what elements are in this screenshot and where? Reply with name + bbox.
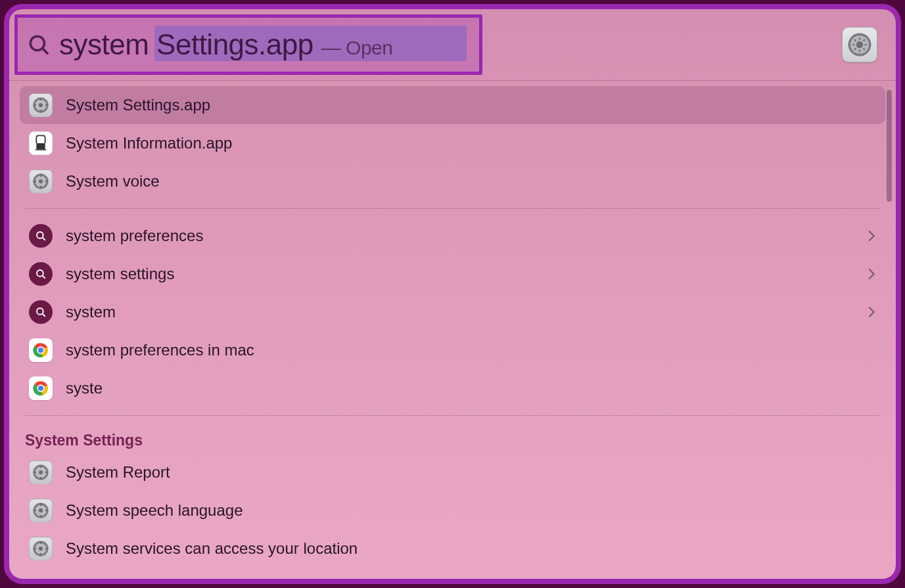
- chevron-right-icon: [867, 305, 876, 319]
- svg-point-44: [39, 509, 43, 512]
- svg-line-1: [43, 49, 48, 54]
- svg-rect-11: [45, 104, 48, 106]
- result-row-app[interactable]: System Information.app: [20, 124, 885, 162]
- settings-app-icon: [29, 93, 53, 117]
- svg-rect-19: [40, 174, 41, 177]
- svg-rect-45: [40, 503, 41, 506]
- suggestion-label: system: [66, 303, 867, 321]
- search-input-text[interactable]: system Settings.app: [59, 28, 313, 61]
- settings-app-icon: [29, 461, 53, 484]
- settings-result-label: System Report: [66, 463, 876, 482]
- chrome-icon: [32, 342, 49, 359]
- svg-point-7: [39, 103, 43, 107]
- search-suggestion-icon: [29, 224, 53, 248]
- svg-rect-53: [40, 553, 41, 556]
- result-row-app[interactable]: System Settings.app: [20, 86, 885, 124]
- svg-rect-47: [34, 510, 36, 511]
- suggestion-row[interactable]: system preferences: [20, 217, 885, 255]
- svg-rect-39: [40, 477, 41, 480]
- svg-point-27: [37, 308, 43, 315]
- search-header: system Settings.app — Open: [9, 9, 896, 80]
- svg-rect-40: [34, 472, 36, 473]
- search-suggestion-icon: [29, 262, 53, 286]
- suggestion-row[interactable]: syste: [20, 369, 885, 407]
- search-icon: [35, 268, 47, 280]
- svg-rect-38: [40, 465, 41, 468]
- svg-rect-52: [40, 541, 41, 544]
- svg-rect-22: [45, 181, 48, 182]
- chevron-right-icon: [867, 229, 876, 243]
- chip-icon: [31, 133, 51, 153]
- chrome-app-icon: [29, 338, 53, 362]
- svg-line-28: [43, 314, 45, 317]
- svg-rect-55: [45, 548, 48, 549]
- svg-point-23: [37, 232, 43, 238]
- svg-rect-9: [40, 110, 41, 112]
- top-hit-preview-icon: [842, 27, 877, 62]
- system-information-app-icon: [29, 131, 53, 155]
- scrollbar[interactable]: [887, 90, 892, 202]
- search-icon: [35, 230, 47, 242]
- chrome-app-icon: [29, 376, 53, 400]
- settings-result-label: System services can access your location: [66, 539, 876, 558]
- svg-rect-21: [34, 181, 36, 182]
- annotation-frame: system Settings.app — Open: [4, 4, 901, 584]
- svg-rect-14: [36, 143, 45, 149]
- suggestion-label: system settings: [66, 265, 867, 283]
- settings-result-row[interactable]: System services can access your location: [20, 530, 885, 568]
- svg-line-26: [43, 276, 45, 279]
- svg-rect-54: [34, 548, 36, 549]
- svg-rect-41: [45, 472, 48, 473]
- svg-point-18: [39, 179, 43, 183]
- chrome-icon: [32, 380, 49, 397]
- suggestion-label: syste: [66, 379, 876, 397]
- svg-line-24: [43, 238, 45, 240]
- svg-point-4: [856, 41, 864, 49]
- svg-rect-20: [40, 186, 41, 189]
- suggestion-row[interactable]: system settings: [20, 255, 885, 293]
- results-area: System Settings.app System Information.a…: [9, 81, 896, 579]
- settings-app-icon: [29, 499, 53, 522]
- section-header-system-settings: System Settings: [20, 424, 885, 453]
- result-row-app[interactable]: System voice: [20, 162, 885, 200]
- search-hint: — Open: [321, 37, 393, 59]
- search-icon: [35, 306, 47, 318]
- svg-rect-10: [34, 104, 36, 106]
- settings-app-icon: [29, 537, 53, 560]
- gear-icon: [32, 96, 50, 114]
- section-divider: [25, 415, 880, 416]
- suggestion-row[interactable]: system preferences in mac: [20, 331, 885, 369]
- search-row[interactable]: system Settings.app — Open: [28, 27, 877, 62]
- svg-rect-48: [45, 510, 48, 511]
- spotlight-window: system Settings.app — Open: [9, 9, 896, 579]
- settings-result-label: System speech language: [66, 501, 876, 520]
- gear-icon: [32, 463, 50, 482]
- suggestion-row[interactable]: system: [20, 293, 885, 331]
- search-icon: [28, 34, 50, 56]
- svg-point-25: [37, 270, 43, 277]
- settings-result-row[interactable]: System speech language: [20, 491, 885, 530]
- gear-icon: [32, 501, 50, 520]
- svg-point-0: [30, 36, 44, 50]
- chevron-right-icon: [867, 267, 876, 281]
- result-label: System Settings.app: [66, 96, 876, 114]
- result-label: System Information.app: [66, 134, 876, 152]
- search-suggestion-icon: [29, 300, 53, 324]
- suggestion-label: system preferences: [66, 227, 867, 245]
- gear-icon: [32, 539, 50, 558]
- svg-point-37: [39, 470, 43, 474]
- section-divider: [25, 208, 880, 209]
- svg-point-51: [39, 547, 43, 551]
- svg-rect-8: [40, 98, 41, 101]
- settings-result-row[interactable]: System Report: [20, 453, 885, 491]
- settings-app-icon: [29, 170, 53, 193]
- result-label: System voice: [66, 172, 876, 191]
- suggestion-label: system preferences in mac: [66, 341, 876, 359]
- svg-rect-46: [40, 515, 41, 518]
- gear-icon: [846, 31, 873, 58]
- gear-icon: [32, 172, 50, 191]
